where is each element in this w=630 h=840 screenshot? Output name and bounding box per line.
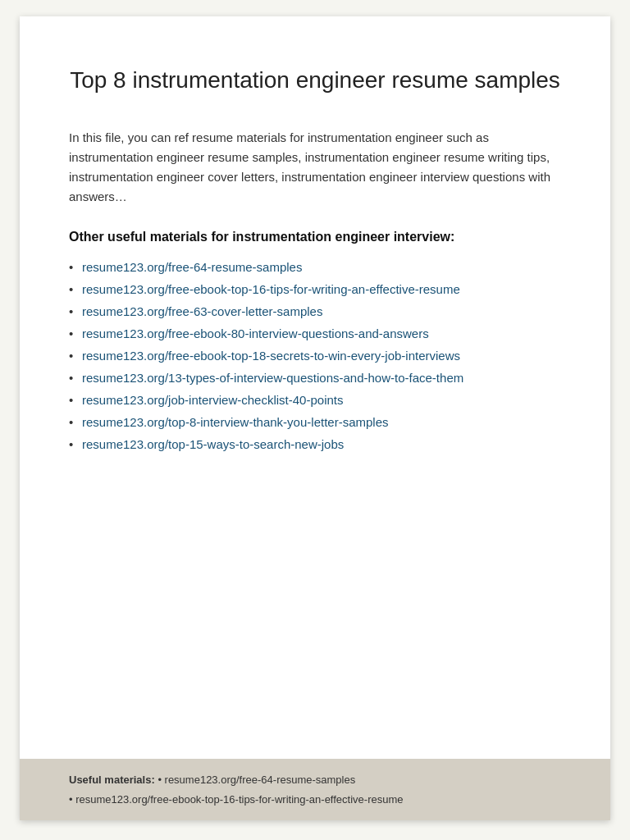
footer-item-2: • <box>69 793 75 806</box>
footer-link-2: resume123.org/free-ebook-top-16-tips-for… <box>75 793 403 806</box>
main-content: Top 8 instrumentation engineer resume sa… <box>69 66 561 734</box>
intro-paragraph: In this file, you can ref resume materia… <box>69 128 561 207</box>
list-item: resume123.org/free-ebook-80-interview-qu… <box>69 322 561 345</box>
section-heading: Other useful materials for instrumentati… <box>69 230 561 244</box>
page-container: Top 8 instrumentation engineer resume sa… <box>20 16 610 820</box>
footer-label: Useful materials: <box>69 774 155 786</box>
resources-list: resume123.org/free-64-resume-samplesresu… <box>69 256 561 455</box>
list-item: resume123.org/free-63-cover-letter-sampl… <box>69 300 561 322</box>
footer-bar: Useful materials: • resume123.org/free-6… <box>20 759 610 820</box>
list-item: resume123.org/top-15-ways-to-search-new-… <box>69 433 561 455</box>
list-item: resume123.org/free-64-resume-samples <box>69 256 561 278</box>
footer-link-1: resume123.org/free-64-resume-samples <box>165 774 356 786</box>
footer-text: Useful materials: • resume123.org/free-6… <box>69 770 561 809</box>
list-item: resume123.org/13-types-of-interview-ques… <box>69 367 561 389</box>
list-item: resume123.org/free-ebook-top-16-tips-for… <box>69 278 561 300</box>
list-item: resume123.org/free-ebook-top-18-secrets-… <box>69 345 561 367</box>
page-title: Top 8 instrumentation engineer resume sa… <box>69 66 561 95</box>
list-item: resume123.org/job-interview-checklist-40… <box>69 389 561 411</box>
footer-item-1: • <box>158 774 164 786</box>
list-item: resume123.org/top-8-interview-thank-you-… <box>69 411 561 433</box>
